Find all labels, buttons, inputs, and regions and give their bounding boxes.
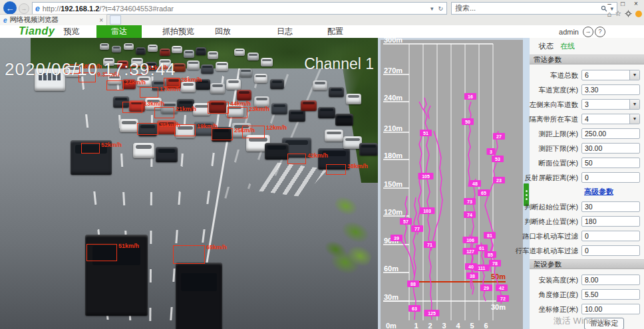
nav-tab-4[interactable]: 回放 [206,25,240,38]
settings-panel: 状态 在线 雷达参数车道总数6▾车道宽度(米)3.30左侧来向车道数3▾隔离带所… [530,38,644,329]
vehicle [196,47,206,55]
field-label: 路口非机动车过滤 [530,231,581,241]
vehicle [237,90,251,100]
vehicle [289,110,305,122]
minimize-button[interactable]: – [603,0,616,9]
detection-box: 12km/h [242,126,265,138]
field-input[interactable]: 3.30 [581,84,640,95]
url-text: http://192.168.1.2/?t=4734604553#radar [43,5,174,13]
status-value: 在线 [560,41,575,51]
form-row: 测距上限(米)250.00 [530,126,644,140]
feedback-icon[interactable] [635,11,642,17]
dropdown-caret-icon[interactable]: ▾ [629,70,639,80]
app-navbar: Tiandy 预览雷达抓拍预览回放日志配置 admin → ? [0,25,644,39]
vehicle [335,114,353,126]
vehicle [181,82,196,92]
field-input[interactable]: 250.00 [581,128,640,139]
form-row: 角度修正(度)5.50 [530,287,644,301]
svg-text:0m: 0m [386,322,397,329]
detection-box: 51km/h [86,244,117,261]
detection-box: 42km/h [287,154,306,164]
dropdown-caret-icon[interactable]: ▾ [629,100,639,109]
detection-box: 44km/h [208,102,229,114]
field-input[interactable]: 180 [581,216,640,227]
field-input[interactable]: 30 [581,201,640,212]
browser-forward-button[interactable]: → [19,3,29,14]
vehicle [254,74,267,83]
vehicle [313,80,327,90]
url-dropdown-icon[interactable]: ▾ [430,5,434,12]
nav-tab-6[interactable]: 配置 [317,25,354,38]
svg-text:72: 72 [500,296,506,301]
field-select[interactable]: 3▾ [581,99,640,110]
detection-box: 23km/h [228,107,247,118]
field-input[interactable]: 5.50 [581,289,640,300]
nav-tab-1[interactable]: 预览 [53,25,90,38]
svg-text:29: 29 [484,286,489,290]
browser-window: ← → e http://192.168.1.2/?t=4734604553#r… [0,0,644,329]
vehicle [184,50,194,58]
svg-text:48: 48 [472,181,478,186]
field-input[interactable]: 0 [581,231,640,241]
field-input[interactable]: 30.00 [581,143,640,154]
field-select[interactable]: 6▾ [581,70,640,80]
scrollbar[interactable] [523,38,530,329]
browser-back-button[interactable]: ← [3,1,17,15]
svg-text:180m: 180m [384,152,402,160]
refresh-icon[interactable]: ↻ [438,5,443,12]
svg-text:85: 85 [488,253,493,257]
vehicle [148,45,158,52]
window-controls: – □ × [603,0,643,9]
svg-text:71: 71 [427,243,432,247]
vehicle [201,64,214,74]
nav-tab-3[interactable]: 抓拍预览 [152,25,205,38]
vehicle [156,147,178,162]
svg-text:300m: 300m [384,38,402,44]
section-header: 雷达参数 [530,55,644,64]
field-select[interactable]: 4▾ [581,114,640,124]
svg-text:1: 1 [414,322,418,329]
home-icon[interactable]: ⌂ [607,10,611,18]
svg-text:210m: 210m [384,124,402,132]
svg-text:38: 38 [470,274,475,278]
logout-icon[interactable]: → [583,27,593,37]
form-row: 判断终止位置(米)180 [530,214,644,228]
field-input[interactable]: 8.00 [581,274,640,285]
vehicle [176,263,222,329]
close-button[interactable]: × [629,0,643,9]
form-row: 隔离带所在车道4▾ [530,112,644,126]
ie-page-icon: e [35,4,40,13]
detection-box: 25km/h [212,128,233,140]
search-box[interactable]: 搜索... ▾ [451,2,617,15]
settings-gear-icon[interactable] [625,10,632,17]
address-bar[interactable]: e http://192.168.1.2/?t=4734604553#radar… [32,2,447,15]
new-tab-button[interactable] [110,15,121,25]
dropdown-caret-icon[interactable]: ▾ [629,114,639,124]
status-label: 状态 [539,41,554,51]
nav-tab-5[interactable]: 日志 [266,25,303,38]
favorites-icon[interactable]: ☆ [615,9,621,18]
svg-text:5: 5 [470,322,474,329]
field-input[interactable]: 0 [581,172,640,183]
maximize-button[interactable]: □ [616,0,629,9]
svg-text:50: 50 [465,120,470,124]
svg-text:4: 4 [456,322,460,329]
nav-tab-2[interactable]: 雷达 [96,25,142,38]
svg-text:270m: 270m [384,66,402,74]
help-icon[interactable]: ? [595,27,605,37]
form-row: 反射屏蔽距离(米)0 [530,170,644,184]
browser-tab[interactable]: e 网络视频浏览器 × [0,14,107,25]
speed-label: 51km/h [118,243,139,249]
hedge [309,187,378,282]
field-input[interactable]: 10.00 [581,304,640,314]
form-row: 高级参数 [530,185,644,199]
section-header: 架设参数 [530,259,644,269]
svg-text:65: 65 [481,191,486,195]
field-input[interactable]: 50 [581,158,640,168]
speed-label: 52km/h [101,142,122,148]
advanced-params-link[interactable]: 高级参数 [584,187,613,197]
field-input[interactable]: 0 [581,245,640,256]
tab-close-icon[interactable]: × [99,17,103,24]
svg-text:61: 61 [479,246,484,251]
field-label: 行车道非机动车过滤 [530,245,581,256]
